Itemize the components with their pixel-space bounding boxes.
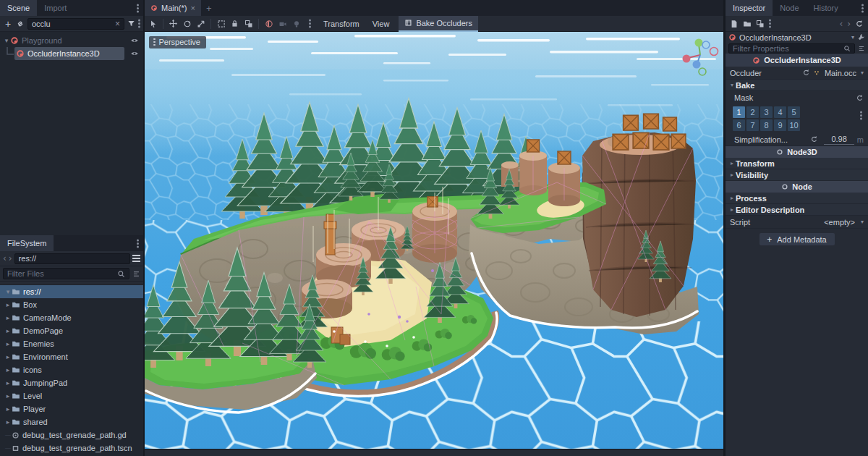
tab-history[interactable]: History — [807, 0, 846, 16]
section-transform[interactable]: ▸Transform — [726, 158, 868, 169]
collapse-arrow-icon[interactable]: ▾ — [3, 37, 10, 44]
nav-forward-icon[interactable]: › — [9, 253, 12, 263]
section-visibility[interactable]: ▸Visibility — [726, 169, 868, 181]
node-icon — [781, 183, 788, 190]
mask-cell-2[interactable]: 2 — [746, 106, 759, 118]
ruler-icon[interactable] — [263, 18, 274, 30]
add-node-button[interactable]: + — [3, 18, 13, 30]
property-script[interactable]: Script <empty> ▾ — [726, 216, 868, 229]
toggle-split-icon[interactable] — [132, 258, 140, 259]
tab-inspector[interactable]: Inspector — [726, 0, 773, 16]
scene-filter-input[interactable]: occlu × — [27, 18, 124, 30]
revert-icon[interactable] — [856, 94, 864, 102]
section-editor-description[interactable]: ▸Editor Description — [726, 204, 868, 216]
mask-cell-5[interactable]: 5 — [788, 106, 800, 118]
sort-files-icon[interactable] — [132, 270, 140, 278]
tab-filesystem[interactable]: FileSystem — [0, 235, 54, 251]
filter-node-icon[interactable] — [127, 20, 135, 28]
add-metadata-button[interactable]: + Add Metadata — [760, 233, 835, 245]
file-row-folder[interactable]: ▸Player — [0, 402, 143, 415]
file-row-folder[interactable]: ▸Box — [0, 298, 143, 311]
list-select-icon[interactable] — [216, 18, 226, 30]
scene-tree: ▾ Playground OccluderInstance3D — [0, 32, 143, 235]
scale-tool-icon[interactable] — [195, 18, 206, 30]
section-bake[interactable]: ▾Bake — [726, 80, 868, 91]
tree-row-occluderinstance3d[interactable]: OccluderInstance3D — [0, 47, 143, 60]
select-tool-icon[interactable] — [148, 18, 158, 30]
file-row-folder[interactable]: ▸shared — [0, 415, 143, 428]
mask-menu-icon[interactable] — [860, 114, 862, 117]
tab-scene[interactable]: Scene — [0, 0, 37, 16]
revert-icon[interactable] — [802, 69, 810, 77]
scene-tree-menu-icon[interactable] — [138, 22, 140, 25]
expand-all-icon[interactable] — [858, 45, 865, 52]
visibility-eye-icon[interactable] — [130, 49, 139, 58]
file-row-folder[interactable]: ▸icons — [0, 363, 143, 376]
file-row-folder[interactable]: ▸Level — [0, 389, 143, 402]
tab-import[interactable]: Import — [37, 0, 74, 16]
mask-cell-10[interactable]: 10 — [788, 119, 800, 131]
section-process[interactable]: ▸Process — [726, 193, 868, 204]
instance-scene-icon[interactable] — [16, 20, 25, 28]
path-input[interactable]: res:// — [14, 253, 130, 264]
save-resource-icon[interactable] — [756, 20, 765, 28]
revert-icon[interactable] — [810, 135, 818, 143]
camera-icon[interactable] — [277, 18, 288, 30]
view-menu[interactable]: View — [367, 20, 395, 28]
file-row-folder[interactable]: ▸Enemies — [0, 337, 143, 350]
filter-properties-input[interactable]: Filter Properties — [728, 43, 855, 54]
mask-cell-8[interactable]: 8 — [760, 119, 773, 131]
lock-icon[interactable] — [229, 18, 240, 30]
3d-viewport[interactable]: Perspective — [145, 32, 723, 449]
mask-cell-1[interactable]: 1 — [733, 106, 745, 118]
scene-dock-menu-icon[interactable] — [132, 0, 143, 16]
close-tab-icon[interactable]: × — [190, 4, 195, 12]
mask-cell-9[interactable]: 9 — [774, 119, 786, 131]
perspective-button[interactable]: Perspective — [149, 36, 206, 48]
group-icon[interactable] — [243, 18, 254, 30]
file-row-folder[interactable]: ▸CameraMode — [0, 311, 143, 324]
file-row-folder[interactable]: ▸JumpingPad — [0, 376, 143, 389]
new-resource-icon[interactable] — [730, 20, 739, 28]
node-tools-icon[interactable] — [857, 33, 865, 41]
mask-cell-6[interactable]: 6 — [733, 119, 745, 131]
resource-menu-icon[interactable] — [769, 22, 771, 25]
history-forward-icon[interactable]: › — [847, 19, 851, 29]
inspector-menu-icon[interactable] — [856, 0, 868, 16]
new-scene-tab-button[interactable]: + — [201, 0, 217, 16]
category-occluderinstance3d[interactable]: OccluderInstance3D — [726, 54, 868, 67]
property-occluder[interactable]: Occluder Main.occ ▾ — [726, 67, 868, 80]
filter-files-input[interactable]: Filter Files — [3, 268, 129, 279]
category-node3d[interactable]: Node3D — [726, 146, 868, 158]
rotate-tool-icon[interactable] — [182, 18, 192, 30]
file-row-scene[interactable]: —debug_test_grenade_path.tscn — [0, 442, 143, 455]
category-node[interactable]: Node — [726, 181, 868, 193]
clear-search-icon[interactable]: × — [115, 19, 120, 29]
tree-row-playground[interactable]: ▾ Playground — [0, 34, 143, 47]
mask-cell-7[interactable]: 7 — [746, 119, 759, 131]
visibility-eye-icon[interactable] — [130, 36, 139, 45]
file-row-folder[interactable]: ▸Environment — [0, 350, 143, 363]
nav-back-icon[interactable]: ‹ — [3, 253, 7, 263]
toolbar-menu-icon[interactable] — [305, 18, 315, 30]
history-back-icon[interactable]: ‹ — [839, 19, 843, 29]
move-tool-icon[interactable] — [168, 18, 179, 30]
property-mask[interactable]: Mask — [726, 91, 868, 104]
file-row-folder[interactable]: ▸DemoPage — [0, 324, 143, 337]
mask-cell-3[interactable]: 3 — [760, 106, 773, 118]
tab-node[interactable]: Node — [773, 0, 806, 16]
file-row-root[interactable]: ▾res:// — [0, 285, 143, 298]
left-dock: Scene Import + occlu × ▾ Playground — [0, 0, 143, 456]
property-simplification[interactable]: Simplification... 0.98 m — [726, 133, 868, 146]
bake-occluders-button[interactable]: Bake Occluders — [399, 16, 478, 32]
transform-menu[interactable]: Transform — [318, 20, 365, 28]
filesystem-nav: ‹ › res:// — [0, 251, 143, 266]
load-resource-icon[interactable] — [743, 20, 752, 28]
sun-icon[interactable] — [291, 18, 302, 30]
node-selector[interactable]: OccluderInstance3D ▾ — [726, 32, 868, 43]
filesystem-menu-icon[interactable] — [132, 235, 143, 251]
file-row-script[interactable]: —debug_test_grenade_path.gd — [0, 428, 143, 442]
history-icon[interactable] — [855, 20, 864, 28]
scene-tab-main[interactable]: Main(*) × — [145, 0, 201, 16]
mask-cell-4[interactable]: 4 — [774, 106, 786, 118]
